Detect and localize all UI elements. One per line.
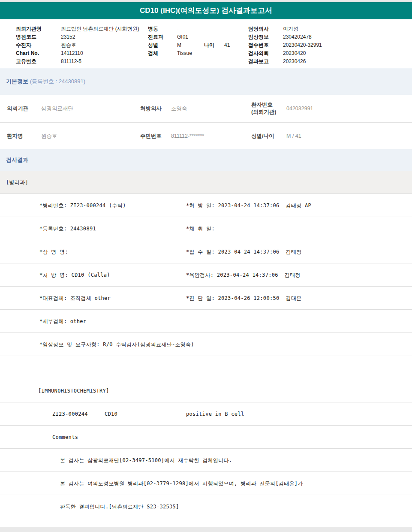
- report-text: *접 수 일: 2023-04-24 14:37:06 김태정: [186, 248, 301, 255]
- id-field-chart-no: Chart No.14112110: [16, 49, 139, 57]
- report-row-comment-2: 본 검사는 여의도성모병원 병리과[02-3779-1298]에서 시행되었으며…: [0, 472, 412, 495]
- field-value: M: [177, 41, 204, 49]
- report-row-comments-header: Comments: [0, 426, 412, 449]
- field-sex-age-value: M / 41: [286, 133, 301, 139]
- id-field-specimen: 검체Tissue: [148, 49, 230, 57]
- field-value: 원승호: [61, 42, 76, 48]
- section-title: 기본정보: [6, 78, 28, 85]
- report-title: CD10 (IHC)(여의도성모) 검사결과보고서: [140, 6, 272, 15]
- report-text: *육안검사: 2023-04-24 14:37:06 김태정: [186, 271, 301, 278]
- field-label: Chart No.: [16, 49, 61, 57]
- report-text: *진 단 일: 2023-04-26 12:00:50 김태은: [186, 294, 301, 302]
- basic-info-row-1: 의뢰기관 삼광의료재단 처방의사 조영숙 환자번호(의뢰기관) 04203299…: [0, 95, 412, 123]
- report-row-main-specimen: *대표검체: 조직검체 other *진 단 일: 2023-04-26 12:…: [0, 287, 412, 310]
- field-prescribing-doctor-label: 처방의사: [140, 105, 162, 112]
- report-text: Comments: [52, 434, 78, 440]
- report-text: [IMMUNOHISTOCHEMISTRY]: [38, 388, 109, 394]
- field-patient-name-value: 원승호: [41, 132, 57, 139]
- field-resident-id-label: 주민번호: [140, 132, 162, 139]
- report-row-disease-name: *상 병 명: - *접 수 일: 2023-04-24 14:37:06 김태…: [0, 240, 412, 263]
- field-value: -: [177, 26, 179, 32]
- basic-info-section-bar: 기본정보 (등록번호 : 24430891): [0, 68, 412, 95]
- report-page: CD10 (IHC)(여의도성모) 검사결과보고서 의뢰기관명의료법인 남촌의료…: [0, 0, 412, 532]
- field-label: 고유번호: [16, 57, 61, 66]
- report-row-stain-result: ZI23-000244 CD10 positive in B cell: [0, 402, 412, 426]
- report-text: *병리번호: ZI23-000244 (수탁): [39, 202, 126, 209]
- age-label: 나이: [204, 41, 224, 49]
- report-row-empty: [0, 356, 412, 379]
- field-value: 의료법인 남촌의료재단 (시화병원): [61, 26, 139, 32]
- section-title: 검사결과: [6, 157, 28, 163]
- report-row-sub-specimen: *세부검체: other: [0, 310, 412, 333]
- department-row: [병리과]: [0, 171, 412, 194]
- department-name: [병리과]: [6, 178, 28, 186]
- id-field-sex-and-age: 성별M나이41: [148, 41, 230, 49]
- field-value: Tissue: [177, 50, 192, 56]
- report-text: *채 취 일:: [186, 225, 215, 232]
- field-label: 병원코드: [16, 33, 61, 41]
- report-row-comment-1: 본 검사는 삼광의료재단[02-3497-5100]에서 재수탁한 검체입니다.: [0, 449, 412, 472]
- report-text: *처 방 일: 2023-04-24 14:37:06 김태정 AP: [186, 202, 311, 209]
- report-row-order-name: *처 방 명: CD10 (Calla) *육안검사: 2023-04-24 1…: [0, 263, 412, 287]
- id-field-referring-org-name: 의뢰기관명의료법인 남촌의료재단 (시화병원): [16, 25, 139, 33]
- report-text: 판독한 결과입니다.[남촌의료재단 S23-32535]: [60, 503, 179, 510]
- field-label: 의뢰기관명: [16, 25, 61, 33]
- results-section-bar: 검사결과: [0, 149, 412, 171]
- report-text: *임상정보 및 요구사항: R/O 수탁검사(삼광의료재단-조영숙): [39, 341, 194, 348]
- field-referrer-label: 의뢰기관: [7, 105, 28, 112]
- report-text: *상 병 명: -: [39, 248, 75, 255]
- field-label: 담당의사: [248, 25, 283, 33]
- field-label: 진료과: [148, 33, 177, 41]
- id-field-hospital-code: 병원코드23152: [16, 33, 139, 41]
- results-section-heading: 검사결과: [6, 156, 28, 164]
- id-field-ward: 병동-: [148, 25, 230, 33]
- id-field-examinee: 수진자원승호: [16, 41, 139, 49]
- field-label: 검사의뢰: [248, 49, 283, 57]
- id-field-clinical-info: 임상정보2304202478: [248, 33, 322, 41]
- field-value: 2304202478: [283, 34, 312, 40]
- field-label: 검체: [148, 49, 177, 57]
- report-text: positive in B cell: [186, 411, 244, 417]
- field-resident-id-value: 811112-*******: [171, 133, 204, 139]
- report-row-immunohistochemistry-header: [IMMUNOHISTOCHEMISTRY]: [0, 379, 412, 402]
- basic-info-section-heading: 기본정보 (등록번호 : 24430891): [6, 78, 85, 85]
- id-header-right-column: 담당의사이기성 임상정보2304202478 접수번호20230420-3299…: [248, 25, 322, 66]
- field-sex-age-label: 성별/나이: [251, 132, 274, 139]
- field-label: 접수번호: [248, 41, 283, 49]
- field-value: GI01: [177, 34, 188, 40]
- pathology-report: [병리과] *병리번호: ZI23-000244 (수탁) *처 방 일: 20…: [0, 171, 412, 518]
- id-header-left-column: 의뢰기관명의료법인 남촌의료재단 (시화병원) 병원코드23152 수진자원승호…: [16, 25, 139, 66]
- report-text: 본 검사는 삼광의료재단[02-3497-5100]에서 재수탁한 검체입니다.: [60, 456, 232, 464]
- field-label: 성별: [148, 41, 177, 49]
- report-text: *대표검체: 조직검체 other: [39, 294, 111, 302]
- report-row-comment-3: 판독한 결과입니다.[남촌의료재단 S23-32535]: [0, 495, 412, 518]
- field-patient-number-label-line1: 환자번호: [251, 102, 273, 108]
- report-row-clinical-info: *임상정보 및 요구사항: R/O 수탁검사(삼광의료재단-조영숙): [0, 333, 412, 356]
- id-field-request-date: 검사의뢰20230420: [248, 49, 322, 57]
- report-title-bar: CD10 (IHC)(여의도성모) 검사결과보고서: [0, 2, 412, 19]
- id-field-unique-number: 고유번호811112-5: [16, 57, 139, 66]
- field-value: 14112110: [61, 50, 83, 56]
- field-patient-number-label: 환자번호(의뢰기관): [251, 101, 276, 116]
- field-value: 20230426: [283, 58, 306, 64]
- field-label: 결과보고: [248, 57, 283, 66]
- report-text: *처 방 명: CD10 (Calla): [39, 271, 110, 278]
- page-bottom-strip: [0, 527, 412, 532]
- id-field-accession-number: 접수번호20230420-32991: [248, 41, 322, 49]
- basic-info-row-2: 환자명 원승호 주민번호 811112-******* 성별/나이 M / 41: [0, 123, 412, 149]
- report-text: *세부검체: other: [39, 317, 86, 325]
- id-field-attending-doctor: 담당의사이기성: [248, 25, 322, 33]
- field-value: 811112-5: [61, 58, 81, 64]
- age-value: 41: [224, 42, 230, 48]
- report-text: CD10: [105, 411, 117, 417]
- field-value: 23152: [61, 34, 75, 40]
- report-text: 본 검사는 여의도성모병원 병리과[02-3779-1298]에서 시행되었으며…: [60, 480, 303, 487]
- id-field-department: 진료과GI01: [148, 33, 230, 41]
- field-label: 수진자: [16, 41, 61, 49]
- field-label: 병동: [148, 25, 177, 33]
- field-value: 이기성: [283, 26, 298, 32]
- field-patient-number-value: 042032991: [286, 106, 313, 112]
- report-text: *등록번호: 24430891: [39, 225, 96, 232]
- field-prescribing-doctor-value: 조영숙: [171, 105, 187, 112]
- field-value: 20230420-32991: [283, 42, 322, 48]
